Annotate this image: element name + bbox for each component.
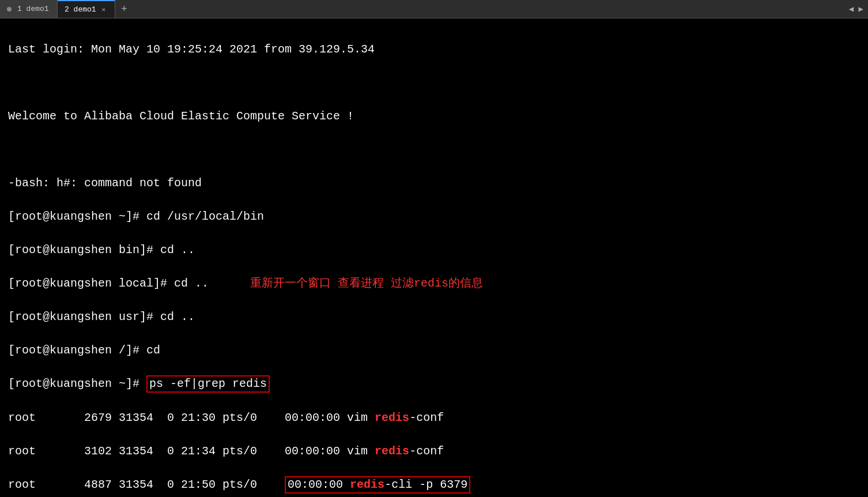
- annotation-text: 重新开一个窗口 查看进程 过滤redis的信息: [250, 277, 483, 290]
- line-cmd4: [root@kuangshen usr]# cd ..: [8, 308, 860, 325]
- line-cmd1: [root@kuangshen ~]# cd /usr/local/bin: [8, 208, 860, 225]
- tab-1-label: 1 demo1: [17, 5, 49, 13]
- tab-bar: 1 demo1 2 demo1 ✕ + ◀ ▶: [0, 0, 868, 18]
- tab-1-demo1[interactable]: 1 demo1: [0, 0, 58, 18]
- line-cmd3: [root@kuangshen local]# cd .. 重新开一个窗口 查看…: [8, 275, 860, 292]
- redis-highlight-3: redis: [350, 478, 384, 491]
- redis-highlight-1: redis: [375, 411, 409, 424]
- line-ps3: root 4887 31354 0 21:50 pts/0 00:00:00 r…: [8, 476, 860, 494]
- tab-2-close-icon[interactable]: ✕: [102, 6, 106, 13]
- tab-add-button[interactable]: +: [115, 0, 133, 18]
- tab-nav-arrows: ◀ ▶: [849, 0, 868, 18]
- line-cmd5: [root@kuangshen /]# cd: [8, 342, 860, 359]
- line-welcome: Welcome to Alibaba Cloud Elastic Compute…: [8, 108, 860, 125]
- redis-highlight-2: redis: [375, 445, 409, 458]
- line-bash-err: -bash: h#: command not found: [8, 175, 860, 191]
- line-ps-cmd: [root@kuangshen ~]# ps -ef|grep redis: [8, 375, 860, 393]
- line-cmd2: [root@kuangshen bin]# cd ..: [8, 242, 860, 258]
- line-blank1: [8, 74, 860, 91]
- ps-command-box: ps -ef|grep redis: [146, 375, 270, 393]
- tab-inactive-indicator: [7, 7, 12, 12]
- tab-2-label: 2 demo1: [65, 5, 96, 14]
- line-login: Last login: Mon May 10 19:25:24 2021 fro…: [8, 41, 860, 58]
- line-ps2: root 3102 31354 0 21:34 pts/0 00:00:00 v…: [8, 443, 860, 460]
- terminal-output[interactable]: Last login: Mon May 10 19:25:24 2021 fro…: [0, 18, 868, 497]
- tab-2-demo1[interactable]: 2 demo1 ✕: [58, 0, 115, 18]
- line-blank2: [8, 141, 860, 158]
- line-ps1: root 2679 31354 0 21:30 pts/0 00:00:00 v…: [8, 409, 860, 426]
- redis-cli-box: 00:00:00 redis-cli -p 6379: [285, 476, 470, 494]
- terminal-window: 1 demo1 2 demo1 ✕ + ◀ ▶ Last login: Mon …: [0, 0, 868, 497]
